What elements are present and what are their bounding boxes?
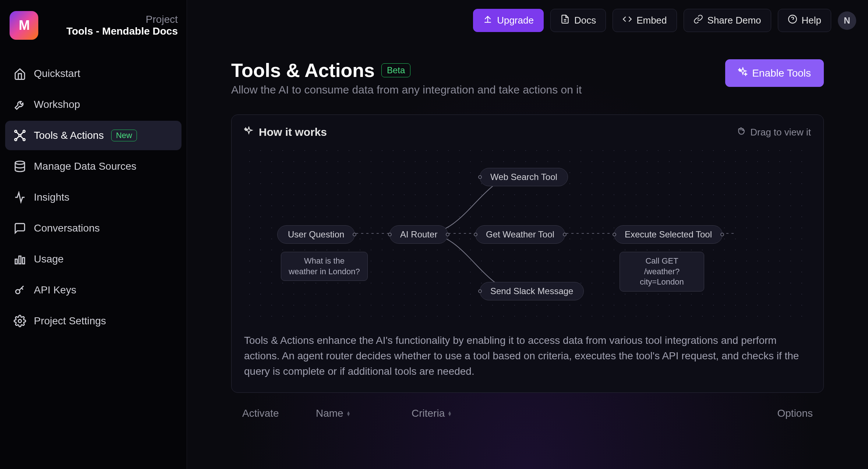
database-icon	[13, 160, 27, 173]
docs-label: Docs	[574, 15, 596, 26]
node-web-search[interactable]: Web Search Tool	[480, 168, 568, 186]
node-label: User Question	[288, 229, 344, 240]
embed-label: Embed	[636, 15, 667, 26]
upgrade-button[interactable]: Upgrade	[473, 9, 544, 32]
svg-point-1	[15, 130, 17, 133]
wrench-icon	[13, 98, 27, 111]
sidebar-item-tools-actions[interactable]: Tools & Actions New	[5, 121, 181, 150]
sidebar-item-api-keys[interactable]: API Keys	[5, 275, 181, 305]
sort-icon: ▴▾	[448, 411, 451, 416]
svg-point-0	[19, 134, 21, 137]
column-criteria[interactable]: Criteria ▴▾	[412, 408, 735, 419]
page-title: Tools & Actions	[231, 59, 375, 81]
svg-point-5	[15, 161, 25, 165]
topbar: Upgrade Docs Embed Share Demo Help	[187, 0, 868, 41]
bars-icon	[13, 253, 27, 266]
svg-point-2	[23, 130, 25, 133]
node-label: Get Weather Tool	[486, 229, 554, 240]
sidebar-item-label: Usage	[34, 253, 64, 265]
svg-rect-8	[22, 258, 25, 264]
sidebar-item-usage[interactable]: Usage	[5, 244, 181, 274]
sidebar-item-quickstart[interactable]: Quickstart	[5, 59, 181, 88]
home-icon	[13, 67, 27, 80]
svg-point-3	[15, 139, 17, 141]
node-label: Execute Selected Tool	[625, 229, 712, 240]
upgrade-icon	[483, 14, 493, 27]
node-execute-tool[interactable]: Execute Selected Tool	[614, 225, 723, 244]
sidebar-item-label: Workshop	[34, 99, 80, 110]
project-info[interactable]: Project Tools - Mendable Docs	[45, 14, 178, 37]
sparkle-icon	[244, 126, 254, 138]
sidebar-item-conversations[interactable]: Conversations	[5, 214, 181, 243]
link-icon	[694, 14, 703, 27]
sidebar-item-insights[interactable]: Insights	[5, 183, 181, 212]
chat-icon	[13, 222, 27, 235]
node-get-weather[interactable]: Get Weather Tool	[475, 225, 565, 244]
sidebar-item-project-settings[interactable]: Project Settings	[5, 306, 181, 336]
activity-icon	[13, 191, 27, 204]
sidebar-item-label: Conversations	[34, 222, 100, 234]
svg-rect-6	[15, 259, 17, 264]
badge-new: New	[111, 130, 137, 141]
sidebar-item-label: Insights	[34, 191, 70, 203]
sidebar-item-label: Tools & Actions	[34, 130, 104, 141]
network-icon	[13, 129, 27, 142]
sidebar-item-workshop[interactable]: Workshop	[5, 90, 181, 119]
flow-diagram[interactable]: User Question What is the weather in Lon…	[244, 145, 811, 322]
main: Upgrade Docs Embed Share Demo Help	[187, 0, 868, 469]
how-it-works-card: How it works Drag to view it	[231, 114, 824, 393]
node-label: Send Slack Message	[490, 286, 573, 296]
file-icon	[560, 14, 570, 27]
enable-tools-button[interactable]: Enable Tools	[725, 59, 824, 87]
docs-button[interactable]: Docs	[550, 9, 606, 32]
node-label: Web Search Tool	[490, 172, 557, 182]
how-it-works-title: How it works	[259, 126, 327, 138]
tools-table-header: Activate Name ▴▾ Criteria ▴▾ Options	[231, 393, 824, 427]
enable-tools-label: Enable Tools	[752, 67, 811, 79]
help-icon	[788, 14, 797, 27]
help-button[interactable]: Help	[778, 9, 831, 32]
avatar[interactable]: N	[838, 11, 856, 30]
share-demo-button[interactable]: Share Demo	[684, 9, 771, 32]
column-options: Options	[758, 408, 813, 419]
sort-icon: ▴▾	[347, 411, 350, 416]
sidebar-item-label: Manage Data Sources	[34, 161, 137, 172]
grab-icon	[736, 126, 746, 138]
sparkle-icon	[738, 67, 748, 79]
svg-point-10	[18, 320, 22, 323]
code-icon	[622, 14, 632, 27]
page-header: Tools & Actions Beta Allow the AI to con…	[231, 59, 824, 96]
upgrade-label: Upgrade	[497, 15, 534, 26]
drag-hint: Drag to view it	[736, 126, 811, 138]
help-label: Help	[802, 15, 821, 26]
column-name[interactable]: Name ▴▾	[316, 408, 389, 419]
sidebar-item-label: Quickstart	[34, 68, 80, 80]
node-send-slack[interactable]: Send Slack Message	[480, 282, 584, 300]
column-activate: Activate	[242, 408, 294, 419]
sidebar-item-label: Project Settings	[34, 315, 106, 327]
node-user-question-example: What is the weather in London?	[281, 252, 368, 281]
badge-beta: Beta	[381, 63, 410, 77]
svg-point-4	[23, 139, 25, 141]
node-ai-router[interactable]: AI Router	[389, 225, 448, 244]
sidebar-header: M Project Tools - Mendable Docs	[5, 9, 181, 52]
node-label: AI Router	[400, 229, 437, 240]
sidebar-item-manage-data[interactable]: Manage Data Sources	[5, 152, 181, 181]
sidebar: M Project Tools - Mendable Docs Quicksta…	[0, 0, 187, 469]
svg-rect-7	[19, 256, 21, 264]
gear-icon	[13, 314, 27, 328]
content: Tools & Actions Beta Allow the AI to con…	[187, 41, 868, 469]
project-label: Project	[45, 14, 178, 25]
logo[interactable]: M	[10, 11, 38, 40]
node-execute-example: Call GET /weather?city=London	[620, 252, 704, 292]
embed-button[interactable]: Embed	[613, 9, 677, 32]
card-title: How it works	[244, 126, 327, 138]
project-name: Tools - Mendable Docs	[45, 25, 178, 37]
node-user-question[interactable]: User Question	[277, 225, 355, 244]
key-icon	[13, 283, 27, 297]
drag-hint-label: Drag to view it	[750, 127, 811, 138]
how-it-works-description: Tools & Actions enhance the AI's functio…	[244, 333, 811, 379]
nav: Quickstart Workshop Tools & Actions New …	[5, 59, 181, 336]
page-subtitle: Allow the AI to consume data from any in…	[231, 84, 582, 96]
svg-point-9	[16, 290, 20, 294]
